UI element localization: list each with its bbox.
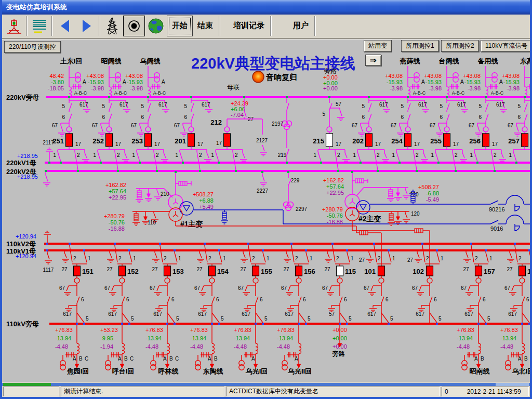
feeder-呼台I回[interactable]: +53.23-9.95-1.94ABC呼台I回 — [100, 323, 134, 375]
aux-control-1-button[interactable]: 所用测控1 — [401, 40, 439, 52]
titlebar: 变电站仿真培训系统 — [2, 0, 530, 15]
bay-202[interactable]: 56176672021712 — [352, 96, 390, 172]
svg-text:251: 251 — [52, 137, 64, 145]
svg-text:67: 67 — [469, 123, 475, 128]
svg-text:A: A — [83, 79, 86, 85]
transformer-1[interactable]: 210#1主变110+162.82+57.64+22.95+280.79-50.… — [104, 171, 530, 235]
bay-102[interactable]: 21271026766175 — [407, 231, 444, 325]
feeder-乌光II回[interactable]: +76.83-13.94-4.48A乌光II回 — [277, 323, 312, 375]
svg-text:1: 1 — [441, 256, 444, 261]
svg-text:+43.08: +43.08 — [385, 73, 403, 79]
bus-measure-control-button[interactable]: 220/110母设测控 — [4, 41, 61, 53]
status-panel-empty — [3, 387, 59, 396]
svg-text:2: 2 — [156, 152, 159, 158]
status-panel-time: 0 2012-2-21 11:43:59 — [442, 387, 529, 396]
bay-254[interactable]: 56176672541712 — [391, 96, 429, 172]
svg-text:-13.94: -13.94 — [234, 335, 250, 341]
bay-157[interactable]: 21271576766175 — [461, 243, 495, 325]
feeder-燕薛线[interactable]: 燕薛线+43.08-15.93-3.98AA-B-C — [385, 57, 426, 98]
bay-158[interactable]: 21271586766175 — [504, 243, 530, 325]
svg-text:旁路: 旁路 — [332, 350, 345, 357]
bay-115[interactable]: 2127115676575 — [322, 243, 356, 325]
user-button[interactable]: 用户 — [288, 16, 313, 36]
svg-text:617: 617 — [119, 102, 128, 108]
prev-button[interactable] — [54, 16, 76, 36]
bay-155[interactable]: 21271556766175 — [238, 243, 272, 325]
feeder-旁路[interactable]: +0.00+0.00+0.00旁路 — [332, 323, 347, 357]
svg-text:A: A — [421, 79, 425, 85]
substation-button[interactable] — [3, 16, 25, 36]
svg-text:90216: 90216 — [489, 206, 505, 212]
svg-text:+43.08: +43.08 — [125, 73, 143, 79]
svg-text:昭南线: 昭南线 — [470, 367, 490, 375]
feeder-东高[interactable]: 东高+43.08-15.93-3.98AA-B-C — [502, 57, 530, 98]
bay-251[interactable]: 56176672511712 — [52, 96, 90, 172]
svg-text:27: 27 — [283, 267, 289, 272]
svg-text:+43.08: +43.08 — [424, 73, 442, 79]
svg-text:5: 5 — [131, 316, 134, 322]
feeder-乌北I回[interactable]: +76.83-13.94-4.48AB乌北I回 — [500, 323, 530, 375]
svg-text:-6.88: -6.88 — [426, 190, 439, 196]
svg-text:6: 6 — [344, 297, 347, 302]
svg-text:2: 2 — [518, 256, 522, 261]
bay-252[interactable]: 56176672521712 — [92, 96, 130, 172]
feeder-呼林线[interactable]: +76.83-13.94-4.48ABC呼林线 — [145, 323, 179, 375]
bay-215[interactable]: 5572151712 — [313, 96, 350, 172]
svg-text:-3.98: -3.98 — [91, 85, 104, 91]
svg-text:A: A — [474, 356, 478, 362]
svg-text:2227: 2227 — [257, 188, 269, 194]
feeder-乌光I回[interactable]: +76.83-13.94-4.48A乌光I回 — [234, 323, 268, 375]
end-button[interactable]: 结束 — [193, 16, 218, 36]
bay-201[interactable]: 56176672011712 — [174, 96, 212, 172]
svg-text:255: 255 — [430, 137, 442, 145]
svg-text:67: 67 — [92, 123, 98, 128]
feeder-东陶线[interactable]: +76.83-13.94-4.48AB东陶线 — [190, 323, 223, 375]
svg-text:台阔线: 台阔线 — [439, 57, 459, 65]
svg-text:202: 202 — [352, 137, 364, 145]
training-record-button[interactable]: 培训记录 — [229, 16, 269, 36]
bay-253[interactable]: 56176672531712 — [131, 96, 169, 172]
svg-text:2297: 2297 — [296, 206, 308, 212]
svg-text:67: 67 — [131, 123, 137, 128]
record-button[interactable] — [123, 16, 145, 36]
svg-text:1: 1 — [175, 152, 178, 158]
svg-text:1: 1 — [431, 152, 434, 158]
feeder-焦园I回[interactable]: +76.83-13.94-4.48ABC焦园I回 — [55, 323, 89, 375]
bay-153[interactable]: 21271536766175 — [150, 243, 184, 325]
bay-257[interactable]: 56176672571712 — [508, 96, 530, 172]
dc-signal-button[interactable]: 110kV直流信号 — [481, 40, 530, 52]
svg-text:+280.79: +280.79 — [322, 206, 343, 212]
bay-156[interactable]: 21271566766175 — [281, 243, 315, 325]
svg-text:5: 5 — [401, 103, 404, 109]
bay-151[interactable]: 21271516766175 — [59, 243, 94, 325]
svg-text:母联: 母联 — [227, 84, 240, 91]
svg-text:+57.64: +57.64 — [109, 188, 126, 194]
svg-text:-50.76: -50.76 — [327, 212, 343, 219]
globe-button[interactable] — [145, 16, 167, 36]
transformer-2[interactable]: 220#2主变120+162.82+57.64+22.95+280.79-50.… — [322, 171, 530, 233]
svg-text:17: 17 — [336, 141, 342, 147]
aux-control-2-button[interactable]: 所用测控2 — [441, 40, 479, 52]
bay-152[interactable]: 21271526766175 — [104, 243, 139, 325]
tower-button[interactable] — [101, 16, 123, 36]
annunciator-reset[interactable]: 音响复归 — [252, 71, 297, 83]
station-transformer-button[interactable]: 站用变 — [364, 40, 392, 52]
feeder-台阔线[interactable]: 台阔线+43.08-15.93-3.98AA-B-C — [424, 57, 465, 98]
feeder-备用线[interactable]: 备用线+43.08-15.93-3.98AA-B-C — [463, 57, 504, 98]
report-list-button[interactable] — [29, 16, 50, 36]
bay-255[interactable]: 56176672551712 — [430, 96, 468, 172]
toolbar-separator — [270, 16, 272, 36]
svg-text:2: 2 — [378, 256, 381, 261]
feeder-乌阔线[interactable]: 乌阔线+43.08-15.93-3.98AA-B-C — [125, 57, 166, 98]
page-arrow-button[interactable]: ⇒ — [365, 55, 381, 66]
bay-256[interactable]: 56176672561712 — [469, 96, 507, 172]
feeder-土东I回[interactable]: 土东I回48.42-3.80-18.05AA-B-C — [48, 57, 87, 98]
start-button[interactable]: 开始 — [167, 16, 193, 36]
feeder-昭阔线[interactable]: 昭阔线+43.08-15.93-3.98AA-B-C — [86, 57, 127, 98]
feeder-昭南线[interactable]: +76.83-13.94-4.48AB昭南线 — [457, 323, 490, 375]
bay-101[interactable]: 21271016766175 — [359, 233, 395, 325]
svg-text:5: 5 — [438, 316, 442, 322]
bay-154[interactable]: 21271546766175 — [194, 243, 229, 325]
next-button[interactable] — [76, 16, 98, 36]
svg-text:东陶线: 东陶线 — [203, 367, 223, 375]
